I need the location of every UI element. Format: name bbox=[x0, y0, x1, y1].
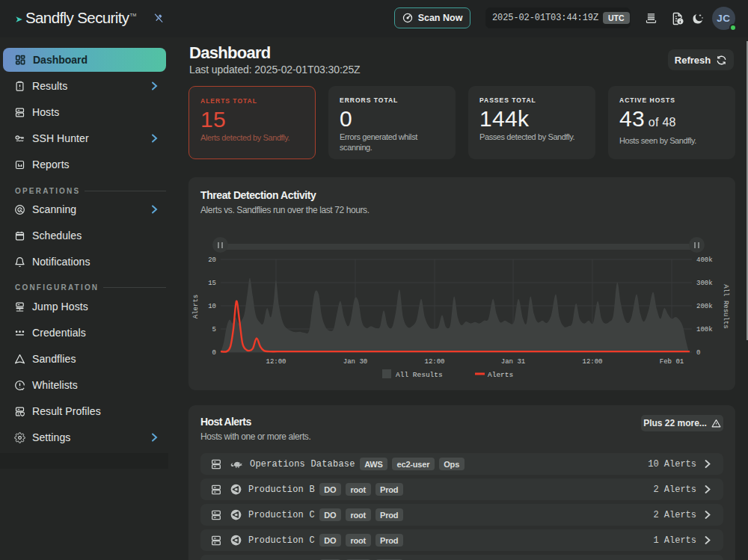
svg-text:400k: 400k bbox=[696, 256, 713, 264]
svg-text:5: 5 bbox=[212, 326, 216, 333]
svg-text:All Results: All Results bbox=[722, 284, 729, 328]
svg-text:300k: 300k bbox=[696, 280, 713, 287]
svg-text:12:00: 12:00 bbox=[582, 358, 602, 366]
svg-text:Jan 30: Jan 30 bbox=[343, 358, 367, 366]
svg-text:10: 10 bbox=[208, 303, 216, 310]
svg-text:100k: 100k bbox=[696, 326, 713, 333]
svg-text:0: 0 bbox=[212, 349, 216, 357]
svg-text:Feb 01: Feb 01 bbox=[660, 358, 684, 366]
svg-text:200k: 200k bbox=[696, 303, 713, 310]
svg-text:Alerts: Alerts bbox=[192, 295, 200, 319]
svg-text:All Results: All Results bbox=[396, 371, 443, 379]
svg-text:Jan 31: Jan 31 bbox=[501, 358, 525, 366]
svg-text:Alerts: Alerts bbox=[488, 371, 513, 379]
svg-text:12:00: 12:00 bbox=[266, 358, 286, 366]
svg-text:15: 15 bbox=[208, 280, 216, 287]
svg-text:0: 0 bbox=[696, 349, 700, 357]
svg-text:20: 20 bbox=[208, 256, 216, 264]
svg-text:12:00: 12:00 bbox=[424, 358, 444, 366]
